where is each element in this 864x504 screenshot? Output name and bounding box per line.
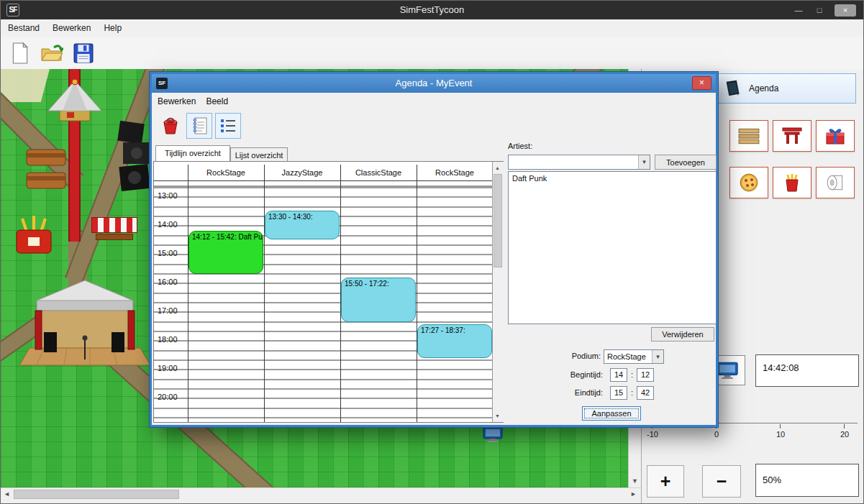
monitor-object[interactable]: [481, 426, 504, 443]
dialog-menu-bewerken[interactable]: Bewerken: [158, 96, 196, 106]
timetable-scroll-thumb[interactable]: [494, 174, 502, 267]
column-header: JazzyStage: [264, 165, 340, 180]
chevron-down-icon[interactable]: ▾: [638, 155, 650, 169]
list-view-button[interactable]: [215, 113, 241, 139]
column-header: RockStage: [417, 165, 493, 180]
artist-listbox[interactable]: Daft Punk: [508, 171, 717, 324]
artist-label: Artiest:: [508, 142, 532, 150]
wooden-stands[interactable]: [24, 147, 68, 193]
chevron-down-icon[interactable]: ▾: [652, 350, 663, 363]
main-stage[interactable]: [19, 279, 150, 367]
shop-item-gift[interactable]: [816, 120, 855, 152]
begin-minute-field[interactable]: 12: [637, 368, 654, 382]
agenda-panel-button[interactable]: Agenda: [714, 73, 856, 104]
time-label: 14:00: [158, 220, 186, 229]
shop-item-toilet-paper[interactable]: [816, 167, 855, 198]
column-header: RockStage: [188, 165, 264, 180]
artist-combobox[interactable]: ▾: [508, 155, 650, 170]
menu-help[interactable]: Help: [104, 23, 122, 33]
scroll-left-icon[interactable]: ◄: [1, 488, 13, 500]
game-clock: 14:42:08: [755, 354, 859, 387]
delete-bucket-icon: [161, 116, 180, 135]
event-block-selected[interactable]: 14:12 - 15:42: Daft Punk: [188, 231, 263, 274]
add-artist-button[interactable]: Toevoegen: [655, 155, 717, 170]
festival-tent[interactable]: [45, 78, 104, 125]
scroll-down-icon[interactable]: ▼: [629, 475, 641, 487]
dialog-menubar: Bewerken Beeld: [152, 93, 716, 110]
end-minute-field[interactable]: 42: [637, 386, 654, 400]
agenda-button-label: Agenda: [749, 83, 778, 93]
gift-icon: [825, 126, 845, 146]
fries-stand[interactable]: [11, 213, 57, 257]
horizontal-scroll-thumb[interactable]: [14, 490, 179, 499]
fries-icon: [783, 173, 801, 193]
scroll-down-icon[interactable]: ▼: [492, 410, 503, 422]
zoom-out-button[interactable]: −: [702, 465, 741, 498]
timetable-pane: RockStage JazzyStage ClassicStage RockSt…: [153, 161, 504, 423]
begin-hour-field[interactable]: 14: [610, 368, 627, 382]
podium-combobox[interactable]: RockStage ▾: [604, 349, 664, 364]
speakers-icon: [113, 121, 155, 193]
striped-stand[interactable]: [91, 216, 137, 243]
stand-base: [96, 234, 133, 240]
save-file-button[interactable]: [70, 39, 97, 68]
shop-item-pizza[interactable]: [729, 167, 768, 198]
agenda-view-button[interactable]: [186, 113, 212, 139]
pizza-icon: [739, 173, 759, 193]
pallet-icon: [737, 127, 760, 145]
shop-item-fries[interactable]: [773, 167, 811, 198]
book-icon: [723, 79, 742, 98]
event-block[interactable]: 13:30 - 14:30:: [265, 211, 340, 239]
menu-bewerken[interactable]: Bewerken: [53, 23, 91, 33]
close-button[interactable]: ×: [835, 4, 856, 17]
dialog-close-button[interactable]: ×: [692, 76, 711, 90]
timetable-scrollbar[interactable]: ▲ ▼: [492, 162, 504, 422]
time-label: 19:00: [158, 364, 186, 372]
simfesttycoon-window: SF SimFestTycoon — □ × Bestand Bewerken …: [0, 0, 864, 504]
slider-tick-label: 10: [776, 430, 785, 439]
event-block[interactable]: 17:27 - 18:37:: [417, 324, 492, 358]
dialog-title: Agenda - MyEvent: [152, 78, 716, 88]
zoom-in-button[interactable]: +: [647, 465, 684, 498]
clock-value: 14:42:08: [763, 362, 799, 373]
begin-time-label: Begintijd:: [550, 370, 603, 379]
awning: [91, 217, 137, 233]
shop-item-torii-gate[interactable]: [773, 120, 811, 152]
apply-button[interactable]: Aanpassen: [582, 406, 641, 421]
scroll-up-icon[interactable]: ▲: [492, 162, 503, 174]
minimize-button[interactable]: —: [793, 6, 804, 14]
map-horizontal-scrollbar[interactable]: ◄ ►: [1, 487, 641, 501]
time-label: 13:00: [158, 191, 186, 200]
fries-stand-icon: [11, 213, 57, 257]
time-label: 16:00: [158, 278, 186, 286]
delete-bucket-button[interactable]: [158, 113, 183, 139]
tent-icon: [45, 78, 104, 125]
sand-patch: [1, 69, 50, 102]
event-block[interactable]: 15:50 - 17:22:: [341, 278, 416, 322]
wood-counter-icon: [24, 147, 68, 193]
time-separator: :: [631, 370, 633, 379]
torii-gate-icon: [781, 126, 803, 146]
new-file-button[interactable]: [6, 39, 34, 68]
tab-tijdlijn-overzicht[interactable]: Tijdlijn overzicht: [155, 145, 230, 161]
scroll-right-icon[interactable]: ►: [627, 488, 640, 500]
menu-bestand[interactable]: Bestand: [8, 23, 40, 33]
slider-tick-label: -10: [647, 430, 658, 439]
tab-lijst-overzicht[interactable]: Lijst overzicht: [230, 147, 288, 161]
open-file-button[interactable]: [38, 39, 65, 68]
dialog-menu-beeld[interactable]: Beeld: [206, 96, 228, 106]
column-separator: [417, 165, 417, 422]
end-hour-field[interactable]: 15: [610, 386, 627, 400]
new-document-icon: [11, 42, 29, 64]
zoom-level-box: 50%: [755, 464, 859, 497]
maximize-button[interactable]: □: [814, 6, 825, 14]
speaker-stack[interactable]: [113, 121, 155, 193]
shop-item-pallet[interactable]: [729, 120, 768, 152]
remove-artist-button[interactable]: Verwijderen: [651, 327, 714, 342]
time-label: 18:00: [158, 335, 186, 344]
dialog-titlebar[interactable]: SF Agenda - MyEvent ×: [152, 74, 716, 93]
toilet-paper-icon: [825, 173, 845, 193]
save-disk-icon: [73, 43, 94, 63]
artist-list-item[interactable]: Daft Punk: [509, 172, 716, 185]
podium-label: Podium:: [555, 352, 601, 360]
